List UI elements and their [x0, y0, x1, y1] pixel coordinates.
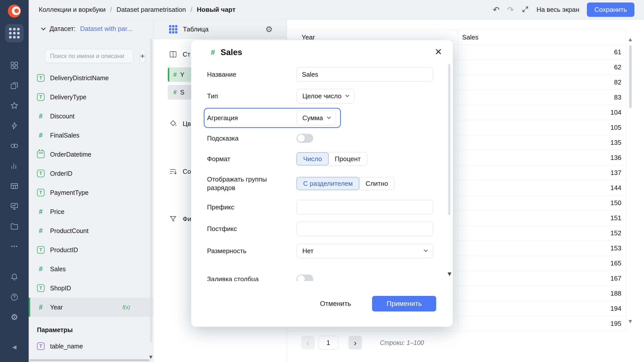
parameter-row[interactable]: Ttable_name: [29, 337, 153, 356]
digit-groups-option-separator[interactable]: С разделителем: [297, 177, 359, 190]
field-row[interactable]: TDeliveryType: [29, 87, 153, 107]
field-name: DeliveryType: [50, 94, 87, 101]
breadcrumb-separator: /: [190, 6, 192, 14]
more-icon[interactable]: [10, 242, 19, 251]
header-actions: ↶ ↷ На весь экран Сохранить: [493, 3, 634, 17]
field-row[interactable]: #ProductCount: [29, 221, 153, 240]
save-button[interactable]: Сохранить: [587, 3, 634, 17]
number-type-icon: #: [211, 48, 215, 57]
fullscreen-button[interactable]: На весь экран: [537, 6, 579, 14]
column-header-sales: Sales: [458, 30, 626, 44]
field-name: Sales: [50, 265, 66, 273]
column-fill-row: Заливка столбца: [207, 272, 433, 281]
breadcrumb-separator: /: [110, 6, 112, 14]
postfix-input[interactable]: [297, 221, 433, 236]
scroll-down-icon[interactable]: ▼: [629, 319, 632, 324]
undo-icon[interactable]: ↶: [493, 6, 500, 14]
apps-grid-button[interactable]: [5, 24, 24, 42]
squares-icon[interactable]: [10, 61, 19, 70]
format-option-percent[interactable]: Процент: [328, 152, 367, 165]
digit-groups-option-plain[interactable]: Слитно: [359, 177, 394, 190]
format-option-number[interactable]: Число: [297, 152, 329, 165]
fields-scrollbar[interactable]: [150, 39, 152, 342]
settings-icon[interactable]: ⚙: [11, 313, 18, 322]
field-row[interactable]: #Sales: [29, 259, 153, 279]
breadcrumb-item-collections[interactable]: Коллекции и воркбуки: [39, 6, 106, 14]
field-name: DeliveryDistrictName: [50, 74, 109, 82]
field-search-input[interactable]: [45, 49, 133, 63]
redo-icon[interactable]: ↷: [507, 6, 514, 14]
prev-page-button[interactable]: ‹: [301, 336, 315, 349]
type-select[interactable]: Целое число: [297, 89, 354, 103]
table-icon[interactable]: [10, 182, 19, 190]
dataset-selector[interactable]: Датасет: Dataset with par...: [29, 20, 153, 38]
layers-icon[interactable]: [10, 81, 19, 90]
field-row[interactable]: #FinalSales: [29, 126, 153, 145]
table-scrollbar[interactable]: ▲ ▼: [626, 30, 644, 332]
field-row[interactable]: TPaymentType: [29, 183, 153, 202]
dialog-scrollbar[interactable]: [448, 64, 450, 215]
chart-settings-gear-icon[interactable]: ⚙: [265, 24, 273, 34]
section-sort-label: Со: [183, 168, 191, 175]
tooltip-toggle[interactable]: [297, 134, 313, 143]
bar-chart-icon[interactable]: [10, 162, 19, 170]
prefix-input[interactable]: [297, 200, 433, 214]
section-columns: Ст: [169, 50, 190, 58]
dataset-name-link[interactable]: Dataset with par...: [80, 25, 132, 33]
chart-type-header: Таблица ⚙: [153, 20, 287, 39]
fields-horizontal-scrollbar[interactable]: [29, 359, 149, 361]
field-row[interactable]: #Discount: [29, 107, 153, 126]
grid-dots-icon: [9, 28, 20, 38]
apply-button[interactable]: Применить: [372, 296, 436, 311]
scroll-up-icon[interactable]: ▲: [629, 37, 632, 42]
field-row[interactable]: TDeliveryDistrictName: [29, 68, 153, 87]
dimension-select[interactable]: Нет: [297, 244, 433, 258]
bell-icon[interactable]: [10, 273, 19, 281]
chip-label: S: [180, 89, 184, 96]
name-row: Название: [207, 67, 433, 82]
field-name: FinalSales: [50, 132, 79, 139]
filter-funnel-icon: [169, 215, 177, 223]
close-icon[interactable]: ×: [435, 46, 442, 57]
monitor-icon[interactable]: [10, 202, 19, 210]
scrollbar-thumb[interactable]: [629, 45, 632, 108]
next-page-button[interactable]: ›: [348, 336, 362, 349]
add-field-button[interactable]: +: [140, 49, 145, 63]
chevron-down-icon: [345, 93, 349, 97]
field-row[interactable]: TOrderID: [29, 164, 153, 183]
column-fill-label: Заливка столбца: [207, 275, 297, 281]
field-row[interactable]: TShopID: [29, 279, 153, 298]
fields-scroll-down-icon[interactable]: ▼: [149, 354, 152, 359]
dialog-scroll-down-icon[interactable]: ▼: [448, 271, 451, 277]
sales-cell: 167: [458, 271, 626, 286]
sales-cell: 62: [458, 60, 626, 75]
string-type-icon: T: [37, 189, 45, 196]
collapse-rail-button[interactable]: ◀: [12, 343, 17, 351]
help-icon[interactable]: [10, 293, 19, 301]
circles-icon[interactable]: [10, 142, 19, 150]
field-name: OrderID: [50, 170, 72, 177]
sales-cell: 165: [458, 256, 626, 271]
section-columns-label: Ст: [183, 51, 190, 58]
field-row[interactable]: #Price: [29, 202, 153, 221]
aggregation-select[interactable]: Сумма: [297, 111, 336, 125]
app-root: ⚙ ◀ Коллекции и воркбуки / Dataset param…: [0, 0, 644, 362]
breadcrumb-item-workbook[interactable]: Dataset parametrisation: [116, 6, 186, 14]
name-input[interactable]: [297, 67, 433, 82]
chart-type-label[interactable]: Таблица: [183, 25, 209, 33]
column-fill-toggle[interactable]: [297, 275, 313, 281]
page-input[interactable]: [318, 336, 338, 349]
chart-type-icon[interactable]: [169, 25, 177, 33]
datalens-logo[interactable]: [8, 5, 21, 18]
star-icon[interactable]: [10, 101, 19, 110]
field-row-year[interactable]: #Yearf(x): [29, 298, 153, 317]
cancel-button[interactable]: Отменить: [320, 296, 351, 311]
folder-icon[interactable]: [10, 222, 19, 231]
chevron-down-icon: [424, 248, 428, 252]
field-row[interactable]: TProductID: [29, 240, 153, 259]
section-filters-label: Фи: [183, 215, 191, 223]
tooltip-row: Подсказка: [207, 131, 433, 146]
expand-icon[interactable]: [521, 6, 529, 14]
lightning-icon[interactable]: [10, 121, 19, 130]
field-row[interactable]: OrderDatetime: [29, 145, 153, 164]
